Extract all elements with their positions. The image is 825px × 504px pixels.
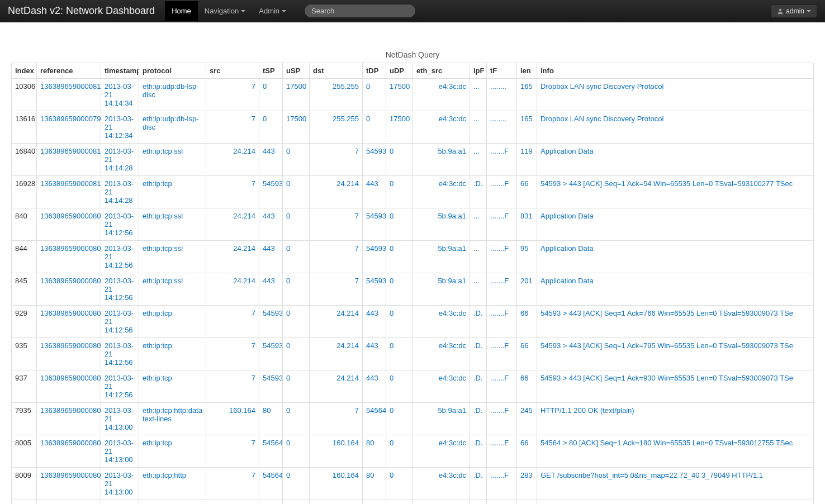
cell-src[interactable]: 7 <box>206 435 259 468</box>
cell-src[interactable]: 7 <box>206 306 259 338</box>
cell-uDP[interactable]: 0 <box>386 468 413 500</box>
cell-eth_src[interactable]: e4:3c:dc <box>413 468 470 500</box>
cell-tSP[interactable]: 54593 <box>259 176 283 208</box>
cell-tSP[interactable]: 443 <box>259 144 283 176</box>
cell-tF[interactable]: .......F <box>487 208 517 241</box>
brand[interactable]: NetDash v2: Network Dashboard <box>8 5 155 17</box>
cell-protocol[interactable]: eth:ip:tcp <box>139 500 206 505</box>
cell-tSP[interactable]: 54593 <box>259 306 283 338</box>
cell-reference[interactable]: 1363896590000800 <box>37 273 101 306</box>
col-timestamp[interactable]: timestamp <box>101 63 139 79</box>
cell-tF[interactable]: .......F <box>487 176 517 208</box>
cell-protocol[interactable]: eth:ip:udp:db-lsp-disc <box>139 79 206 111</box>
cell-dst[interactable]: 160.164 <box>310 435 363 468</box>
cell-uDP[interactable]: 0 <box>386 306 413 338</box>
cell-info[interactable]: Application Data <box>537 241 814 273</box>
cell-len[interactable]: 66 <box>517 370 537 403</box>
cell-info[interactable]: 54593 > 443 [ACK] Seq=1 Ack=54 Win=65535… <box>537 176 814 208</box>
cell-ipF[interactable]: .D. <box>470 435 487 468</box>
cell-tDP[interactable]: 80 <box>363 468 386 500</box>
cell-uDP[interactable]: 0 <box>386 208 413 241</box>
cell-uSP[interactable]: 0 <box>283 500 310 505</box>
nav-item-navigation[interactable]: Navigation <box>198 1 252 21</box>
cell-info[interactable]: Dropbox LAN sync Discovery Protocol <box>537 111 814 144</box>
cell-timestamp[interactable]: 2013-03-21 14:13:00 <box>101 468 139 500</box>
cell-eth_src[interactable]: e4:3c:dc <box>413 338 470 370</box>
cell-len[interactable]: 165 <box>517 111 537 144</box>
cell-src[interactable]: 7 <box>206 79 259 111</box>
cell-protocol[interactable]: eth:ip:tcp:ssl <box>139 208 206 241</box>
cell-tF[interactable]: .......F <box>487 144 517 176</box>
col-dst[interactable]: dst <box>310 63 363 79</box>
cell-tDP[interactable]: 443 <box>363 306 386 338</box>
cell-protocol[interactable]: eth:ip:tcp <box>139 370 206 403</box>
cell-timestamp[interactable]: 2013-03-21 14:12:34 <box>101 111 139 144</box>
cell-src[interactable]: 7 <box>206 111 259 144</box>
nav-item-home[interactable]: Home <box>165 1 198 21</box>
cell-tSP[interactable]: 0 <box>259 111 283 144</box>
cell-reference[interactable]: 1363896590000800 <box>37 208 101 241</box>
cell-timestamp[interactable]: 2013-03-21 14:12:56 <box>101 370 139 403</box>
cell-dst[interactable]: 7 <box>310 144 363 176</box>
cell-info[interactable]: 54593 > 443 [ACK] Seq=1 Ack=766 Win=6553… <box>537 306 814 338</box>
cell-uSP[interactable]: 0 <box>283 403 310 435</box>
cell-uSP[interactable]: 0 <box>283 370 310 403</box>
cell-timestamp[interactable]: 2013-03-21 14:12:56 <box>101 208 139 241</box>
cell-uSP[interactable]: 0 <box>283 241 310 273</box>
col-uDP[interactable]: uDP <box>386 63 413 79</box>
cell-len[interactable]: 95 <box>517 241 537 273</box>
cell-ipF[interactable]: ... <box>470 111 487 144</box>
cell-protocol[interactable]: eth:ip:tcp <box>139 306 206 338</box>
cell-eth_src[interactable]: 5b:9a:a1 <box>413 500 470 505</box>
cell-uDP[interactable]: 17500 <box>386 111 413 144</box>
cell-tF[interactable]: .......F <box>487 273 517 306</box>
cell-tDP[interactable]: 80 <box>363 435 386 468</box>
cell-timestamp[interactable]: 2013-03-21 14:14:34 <box>101 79 139 111</box>
cell-dst[interactable]: 160.164 <box>310 468 363 500</box>
cell-len[interactable]: 165 <box>517 79 537 111</box>
cell-dst[interactable]: 24.214 <box>310 176 363 208</box>
cell-tDP[interactable]: 54564 <box>363 500 386 505</box>
cell-tSP[interactable]: 443 <box>259 273 283 306</box>
cell-uSP[interactable]: 17500 <box>283 111 310 144</box>
cell-info[interactable]: GET /subscribe?host_int=5 0&ns_map=22 72… <box>537 468 814 500</box>
cell-info[interactable]: 80 > 54564 [ACK] Seq=180 Ack=218 Win=83 … <box>537 500 814 505</box>
cell-tF[interactable]: .......F <box>487 468 517 500</box>
cell-dst[interactable]: 24.214 <box>310 306 363 338</box>
cell-reference[interactable]: 1363896590000800 <box>37 370 101 403</box>
cell-protocol[interactable]: eth:ip:tcp:http <box>139 468 206 500</box>
cell-tF[interactable]: .......F <box>487 241 517 273</box>
cell-tF[interactable]: .......F <box>487 500 517 505</box>
cell-src[interactable]: 24.214 <box>206 273 259 306</box>
cell-tDP[interactable]: 54593 <box>363 144 386 176</box>
cell-tF[interactable]: .......F <box>487 435 517 468</box>
cell-ipF[interactable]: .D. <box>470 370 487 403</box>
cell-timestamp[interactable]: 2013-03-21 14:12:56 <box>101 241 139 273</box>
cell-len[interactable]: 283 <box>517 468 537 500</box>
col-uSP[interactable]: uSP <box>283 63 310 79</box>
col-tF[interactable]: tF <box>487 63 517 79</box>
cell-eth_src[interactable]: e4:3c:dc <box>413 370 470 403</box>
cell-eth_src[interactable]: 5b:9a:a1 <box>413 144 470 176</box>
cell-len[interactable]: 201 <box>517 273 537 306</box>
cell-info[interactable]: HTTP/1.1 200 OK (text/plain) <box>537 403 814 435</box>
cell-reference[interactable]: 1363896590000811 <box>37 79 101 111</box>
cell-uDP[interactable]: 0 <box>386 370 413 403</box>
cell-tSP[interactable]: 54593 <box>259 338 283 370</box>
cell-ipF[interactable]: .D. <box>470 338 487 370</box>
cell-protocol[interactable]: eth:ip:tcp:ssl <box>139 144 206 176</box>
cell-tSP[interactable]: 443 <box>259 208 283 241</box>
cell-timestamp[interactable]: 2013-03-21 14:14:28 <box>101 176 139 208</box>
cell-tSP[interactable]: 54564 <box>259 468 283 500</box>
cell-uDP[interactable]: 0 <box>386 273 413 306</box>
cell-tSP[interactable]: 0 <box>259 79 283 111</box>
cell-info[interactable]: 54593 > 443 [ACK] Seq=1 Ack=930 Win=6553… <box>537 370 814 403</box>
cell-protocol[interactable]: eth:ip:tcp <box>139 338 206 370</box>
cell-tF[interactable]: .......F <box>487 338 517 370</box>
cell-uSP[interactable]: 0 <box>283 306 310 338</box>
cell-timestamp[interactable]: 2013-03-21 14:12:56 <box>101 338 139 370</box>
cell-timestamp[interactable]: 2013-03-21 14:13:00 <box>101 403 139 435</box>
cell-dst[interactable]: 24.214 <box>310 370 363 403</box>
cell-reference[interactable]: 1363896590000810 <box>37 176 101 208</box>
cell-eth_src[interactable]: e4:3c:dc <box>413 435 470 468</box>
